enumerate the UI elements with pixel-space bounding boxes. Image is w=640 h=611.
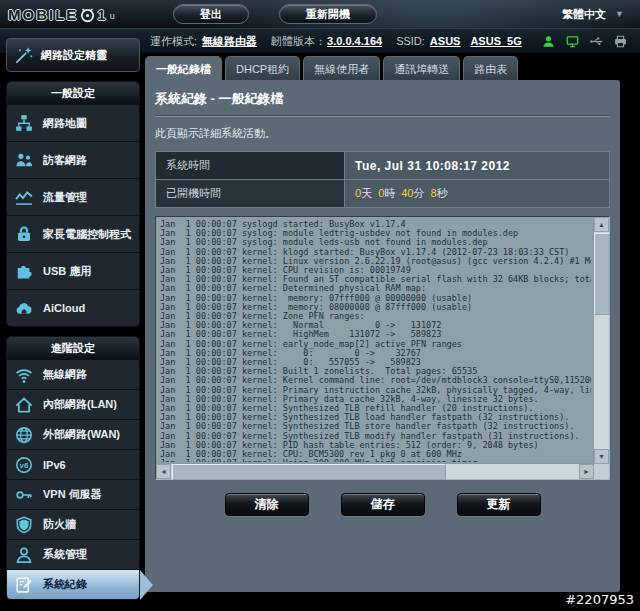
magic-wand-icon — [14, 45, 34, 65]
ssid-2g-link[interactable]: ASUS — [430, 35, 461, 47]
sidebar-item-label: 內部網路(LAN) — [43, 397, 117, 412]
tab-port-forwarding[interactable]: 通訊埠轉送 — [383, 56, 460, 80]
status-icons — [541, 34, 628, 49]
uptime-unit: 時 — [384, 187, 395, 199]
uptime-label: 已開機時間 — [156, 180, 345, 208]
operation-mode-label: 運作模式: — [150, 34, 197, 49]
scroll-down-arrow-icon[interactable]: ▼ — [594, 449, 609, 464]
sidebar-item-system-log[interactable]: 系統紀錄 — [7, 569, 139, 599]
tab-general-log[interactable]: 一般紀錄檔 — [145, 56, 222, 80]
sidebar-item-guest-network[interactable]: 訪客網路 — [7, 141, 139, 178]
ssid-5g-link[interactable]: ASUS_5G — [470, 35, 521, 47]
sidebar-item-network-map[interactable]: 網路地圖 — [7, 104, 139, 141]
table-row: 已開機時間 0天0時40分8秒 — [156, 180, 610, 208]
sidebar-section-general: 一般設定網路地圖訪客網路流量管理家長電腦控制程式USB 應用AiCloud — [6, 81, 140, 327]
system-time-label: 系統時間 — [156, 152, 345, 180]
sidebar-item-wan[interactable]: 外部網路(WAN) — [7, 419, 139, 449]
sidebar-item-parental-control[interactable]: 家長電腦控制程式 — [7, 215, 139, 252]
sidebar-item-label: 系統管理 — [43, 547, 87, 562]
tab-bar: 一般紀錄檔DHCP租約無線使用者通訊埠轉送路由表 — [145, 56, 620, 80]
system-log-viewer[interactable]: Jan 1 00:00:07 syslogd started: BusyBox … — [155, 216, 610, 480]
sidebar-item-label: AiCloud — [43, 302, 85, 314]
uptime-unit: 分 — [414, 187, 425, 199]
scroll-right-arrow-icon[interactable]: ► — [579, 464, 594, 479]
system-log-icon — [12, 574, 36, 596]
aicloud-icon — [12, 297, 36, 319]
uptime-unit: 天 — [361, 187, 372, 199]
save-button[interactable]: 儲存 — [341, 493, 425, 516]
tab-wireless-clients[interactable]: 無線使用者 — [303, 56, 380, 80]
sidebar-item-usb-application[interactable]: USB 應用 — [7, 252, 139, 289]
scroll-up-arrow-icon[interactable]: ▲ — [594, 217, 609, 232]
sidebar-sections: 一般設定網路地圖訪客網路流量管理家長電腦控制程式USB 應用AiCloud進階設… — [6, 81, 140, 600]
sidebar-section-title: 一般設定 — [7, 82, 139, 104]
scrollbar-corner — [594, 464, 609, 479]
sidebar-item-label: 無線網路 — [43, 367, 87, 382]
clients-icon[interactable] — [565, 34, 580, 49]
firmware-label: 韌體版本： — [271, 34, 326, 49]
sidebar-section-title: 進階設定 — [7, 337, 139, 359]
divider — [155, 115, 610, 117]
sidebar: 網路設定精靈 一般設定網路地圖訪客網路流量管理家長電腦控制程式USB 應用AiC… — [6, 38, 140, 600]
action-button-row: 清除儲存更新 — [155, 493, 610, 516]
clock-logo-icon — [79, 6, 96, 23]
main-content: 一般紀錄檔DHCP租約無線使用者通訊埠轉送路由表 系統紀錄 - 一般紀錄檔 此頁… — [145, 56, 620, 592]
sidebar-item-label: 訪客網路 — [43, 153, 87, 168]
client-user-icon[interactable] — [541, 34, 556, 49]
language-selector[interactable]: 繁體中文 ▼ — [562, 7, 624, 22]
uptime-number: 8 — [431, 187, 437, 199]
usb-device-icon[interactable] — [589, 34, 604, 49]
system-info-table: 系統時間 Tue, Jul 31 10:08:17 2012 已開機時間 0天0… — [155, 151, 610, 208]
uptime-number: 40 — [401, 187, 413, 199]
traffic-manager-icon — [12, 186, 36, 208]
lan-icon — [12, 394, 36, 416]
sidebar-item-label: 家長電腦控制程式 — [43, 227, 131, 242]
firmware-version-link[interactable]: 3.0.0.4.164 — [327, 35, 382, 47]
operation-mode-link[interactable]: 無線路由器 — [202, 34, 257, 49]
vpn-server-icon — [12, 484, 36, 506]
horizontal-scrollbar[interactable]: ◄ ► — [156, 463, 594, 479]
sidebar-item-label: VPN 伺服器 — [43, 487, 102, 502]
uptime-unit: 秒 — [437, 187, 448, 199]
sidebar-section-advanced: 進階設定無線網路內部網路(LAN)外部網路(WAN)v6IPv6VPN 伺服器防… — [6, 336, 140, 600]
sidebar-item-vpn-server[interactable]: VPN 伺服器 — [7, 479, 139, 509]
sidebar-item-lan[interactable]: 內部網路(LAN) — [7, 389, 139, 419]
tab-routing-table[interactable]: 路由表 — [463, 56, 518, 80]
logout-button[interactable]: 登出 — [173, 4, 249, 24]
quick-setup-wizard-button[interactable]: 網路設定精靈 — [6, 38, 140, 72]
sidebar-item-traffic-manager[interactable]: 流量管理 — [7, 178, 139, 215]
page-title: 系統紀錄 - 一般紀錄檔 — [155, 90, 610, 108]
sidebar-item-system-admin[interactable]: 系統管理 — [7, 539, 139, 569]
network-map-icon — [12, 112, 36, 134]
sidebar-item-aicloud[interactable]: AiCloud — [7, 289, 139, 326]
clear-button[interactable]: 清除 — [225, 493, 309, 516]
sidebar-item-label: USB 應用 — [43, 264, 91, 279]
sidebar-item-label: 網路地圖 — [43, 116, 87, 131]
sidebar-item-firewall[interactable]: 防火牆 — [7, 509, 139, 539]
language-label: 繁體中文 — [562, 7, 606, 22]
sidebar-item-label: 流量管理 — [43, 190, 87, 205]
svg-text:v6: v6 — [20, 461, 29, 470]
horizontal-scroll-thumb[interactable] — [172, 464, 446, 480]
tab-dhcp-leases[interactable]: DHCP租約 — [225, 56, 300, 80]
wan-icon — [12, 424, 36, 446]
page-description: 此頁顯示詳細系統活動。 — [155, 126, 610, 141]
guest-network-icon — [12, 149, 36, 171]
vertical-scroll-thumb[interactable] — [594, 233, 610, 315]
wireless-icon — [12, 364, 36, 386]
scroll-left-arrow-icon[interactable]: ◄ — [156, 464, 171, 479]
parental-control-icon — [12, 223, 36, 245]
top-bar: MOBILE 1 u 登出 重新開機 繁體中文 ▼ — [0, 0, 640, 28]
refresh-button[interactable]: 更新 — [457, 493, 541, 516]
reboot-button[interactable]: 重新開機 — [279, 4, 377, 24]
ipv6-icon: v6 — [12, 454, 36, 476]
sidebar-item-wireless[interactable]: 無線網路 — [7, 359, 139, 389]
sidebar-item-label: 系統紀錄 — [43, 577, 87, 592]
printer-icon[interactable] — [613, 34, 628, 49]
sidebar-item-ipv6[interactable]: v6IPv6 — [7, 449, 139, 479]
system-time-value: Tue, Jul 31 10:08:17 2012 — [345, 152, 610, 180]
vertical-scrollbar[interactable]: ▲ ▼ — [593, 217, 609, 464]
logo-number: 1 — [97, 6, 107, 23]
system-log-text[interactable]: Jan 1 00:00:07 syslogd started: BusyBox … — [160, 220, 591, 462]
firewall-icon — [12, 514, 36, 536]
